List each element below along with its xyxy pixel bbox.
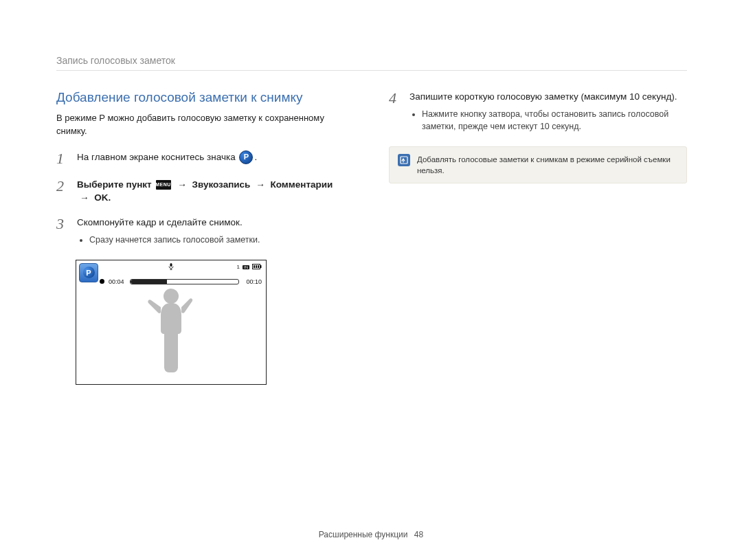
shot-count: 1 (237, 264, 240, 270)
record-dot-icon (100, 279, 104, 284)
step-4: 4 Запишите короткую голосовую заметку (м… (389, 90, 687, 135)
step-number: 2 (56, 178, 69, 205)
step-1: 1 На главном экране коснитесь значка P . (56, 150, 355, 167)
page-number: 48 (414, 530, 423, 539)
step2-prefix: Выберите пункт (77, 179, 152, 190)
step-text: На главном экране коснитесь значка P . (77, 150, 355, 167)
svg-point-8 (164, 289, 179, 304)
svg-rect-4 (260, 265, 262, 268)
arrow-icon: → (256, 179, 265, 190)
step-number: 3 (56, 216, 69, 249)
step4-bullets: Нажмите кнопку затвора, чтобы остановить… (409, 108, 687, 133)
svg-rect-7 (258, 265, 259, 268)
arrow-icon: → (80, 192, 89, 203)
step-2: 2 Выберите пункт MENU → Звукозапись → Ко… (56, 178, 355, 205)
ok-label: OK (94, 192, 108, 203)
list-item: Нажмите кнопку затвора, чтобы остановить… (422, 108, 687, 133)
manual-page: Запись голосовых заметок Добавление голо… (0, 0, 742, 560)
battery-icon (252, 264, 262, 271)
svg-rect-6 (256, 265, 257, 268)
period: . (109, 192, 111, 203)
total-time: 00:10 (246, 278, 262, 285)
progress-fill (131, 280, 168, 284)
note-box: Добавлять голосовые заметки к снимкам в … (389, 146, 687, 183)
step4-text: Запишите короткую голосовую заметку (мак… (409, 91, 677, 102)
step1-suffix: . (254, 152, 257, 162)
svg-rect-5 (254, 265, 255, 268)
progress-track (130, 279, 240, 284)
path-soundrec: Звукозапись (192, 179, 251, 190)
step1-prefix: На главном экране коснитесь значка (77, 152, 236, 162)
step-text: Выберите пункт MENU → Звукозапись → Комм… (77, 178, 355, 205)
footer-section: Расширенные функции (319, 530, 408, 539)
step-number: 4 (389, 90, 401, 135)
step-text: Скомпонуйте кадр и сделайте снимок. Сраз… (77, 216, 355, 249)
in-label: IN (243, 265, 249, 269)
two-column-layout: Добавление голосовой заметки к снимку В … (56, 90, 687, 385)
p-mode-icon: P (239, 150, 253, 164)
step-3: 3 Скомпонуйте кадр и сделайте снимок. Ср… (56, 216, 355, 249)
intro-paragraph: В режиме P можно добавить голосовую заме… (56, 112, 355, 138)
p-mode-button-icon: P (79, 263, 98, 282)
elapsed-time: 00:04 (109, 278, 124, 285)
right-column: 4 Запишите короткую голосовую заметку (м… (389, 90, 687, 385)
step3-bullets: Сразу начнется запись голосовой заметки. (77, 234, 355, 246)
left-column: Добавление голосовой заметки к снимку В … (56, 90, 355, 385)
note-text: Добавлять голосовые заметки к снимкам в … (417, 154, 678, 176)
page-footer: Расширенные функции 48 (0, 530, 742, 539)
section-title: Добавление голосовой заметки к снимку (56, 90, 355, 105)
step-number: 1 (56, 150, 69, 167)
path-comments: Комментарии (270, 179, 333, 190)
note-info-icon (398, 154, 410, 166)
step3-text: Скомпонуйте кадр и сделайте снимок. (77, 217, 243, 227)
breadcrumb: Запись голосовых заметок (56, 55, 687, 71)
arrow-icon: → (177, 179, 187, 190)
menu-icon: MENU (156, 180, 171, 190)
list-item: Сразу начнется запись голосовой заметки. (89, 234, 355, 246)
person-silhouette-icon (147, 287, 195, 383)
camera-screenshot: P 1 IN 00:04 0 (76, 260, 267, 385)
step-text: Запишите короткую голосовую заметку (мак… (409, 90, 687, 135)
camera-status-row: 1 IN (100, 264, 262, 271)
